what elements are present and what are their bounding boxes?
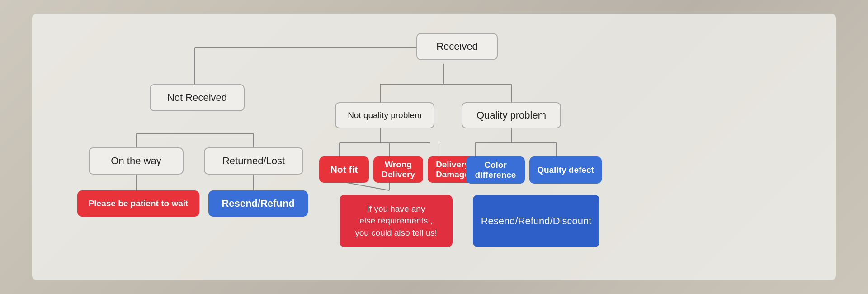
quality-problem-node: Quality problem <box>462 102 561 128</box>
resend-refund-discount-node: Resend/Refund/Discount <box>473 195 599 247</box>
diagram-inner: Received Not Received On the way Returne… <box>32 14 836 280</box>
svg-line-10 <box>340 181 389 190</box>
wrong-delivery-node: Wrong Delivery <box>373 156 423 183</box>
returned-lost-node: Returned/Lost <box>204 147 303 175</box>
not-fit-node: Not fit <box>319 156 369 183</box>
color-difference-node: Color difference <box>466 156 525 184</box>
received-node: Received <box>416 33 498 60</box>
diagram-container: Received Not Received On the way Returne… <box>32 14 836 280</box>
if-requirements-node: If you have any else requirements , you … <box>340 195 453 247</box>
on-the-way-node: On the way <box>89 147 184 175</box>
quality-defect-node: Quality defect <box>529 156 602 184</box>
please-wait-node: Please be patient to wait <box>77 190 199 217</box>
resend-refund-node: Resend/Refund <box>208 190 308 217</box>
not-received-node: Not Received <box>150 84 245 111</box>
not-quality-problem-node: Not quality problem <box>335 102 434 128</box>
